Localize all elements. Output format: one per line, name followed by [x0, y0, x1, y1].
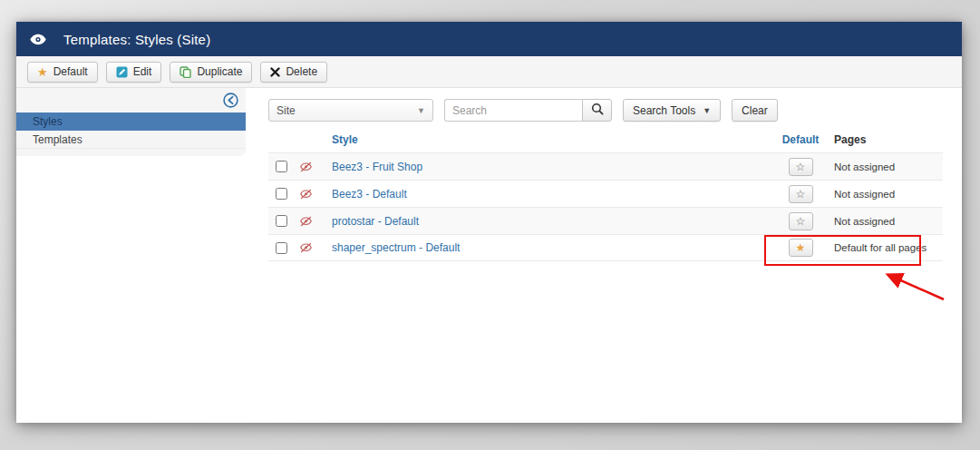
eye-slash-icon [296, 242, 315, 253]
annotation-arrow [867, 265, 953, 308]
style-link[interactable]: Beez3 - Default [332, 188, 407, 201]
collapse-sidebar-icon[interactable] [223, 93, 238, 108]
column-header-style[interactable]: Style [315, 133, 771, 146]
pages-value: Default for all pages [830, 242, 943, 253]
table-row: shaper_spectrum - Default ★ Default for … [268, 234, 943, 261]
style-link[interactable]: shaper_spectrum - Default [332, 241, 460, 254]
search-tools-button[interactable]: Search Tools ▼ [623, 99, 721, 122]
eye-slash-icon [296, 216, 315, 227]
eye-slash-icon [296, 161, 315, 172]
column-header-default[interactable]: Default [771, 133, 830, 146]
row-checkbox[interactable] [276, 161, 287, 172]
pages-value: Not assigned [830, 161, 943, 172]
set-default-star-button[interactable]: ☆ [789, 158, 813, 176]
star-icon: ★ [37, 66, 48, 78]
page-title: Templates: Styles (Site) [63, 32, 210, 47]
site-select[interactable]: Site ▼ [268, 99, 433, 122]
search-input[interactable] [444, 99, 582, 122]
delete-button[interactable]: Delete [260, 62, 327, 83]
pages-value: Not assigned [830, 189, 943, 200]
page-titlebar: Templates: Styles (Site) [16, 22, 962, 56]
x-icon [270, 67, 280, 77]
eye-slash-icon [296, 189, 315, 200]
edit-icon [116, 66, 128, 78]
search-group [444, 99, 612, 122]
sidebar-item-templates[interactable]: Templates [16, 131, 246, 149]
search-button[interactable] [582, 99, 612, 122]
row-checkbox[interactable] [276, 242, 287, 254]
search-icon [591, 103, 604, 118]
clear-button[interactable]: Clear [732, 99, 778, 122]
set-default-star-button[interactable]: ☆ [789, 185, 813, 203]
default-star-button[interactable]: ★ [789, 239, 813, 257]
duplicate-button[interactable]: Duplicate [170, 62, 252, 83]
templates-styles-panel: Templates: Styles (Site) ★ Default Edit [16, 22, 962, 423]
style-link[interactable]: Beez3 - Fruit Shop [332, 161, 422, 173]
duplicate-icon [180, 66, 191, 78]
edit-button[interactable]: Edit [106, 62, 162, 83]
default-button[interactable]: ★ Default [27, 62, 98, 83]
table-row: Beez3 - Fruit Shop ☆ Not assigned [268, 152, 943, 180]
row-checkbox[interactable] [276, 215, 287, 227]
filter-bar: Site ▼ Search Tools ▼ Clear [268, 99, 778, 122]
eye-icon [30, 34, 46, 45]
chevron-down-icon: ▼ [703, 106, 711, 115]
set-default-star-button[interactable]: ☆ [789, 212, 813, 230]
pages-value: Not assigned [830, 216, 943, 227]
sidebar: Styles Templates [16, 88, 246, 156]
toolbar: ★ Default Edit Duplicate [16, 56, 962, 88]
table-header-row: Style Default Pages [268, 127, 943, 152]
table-row: protostar - Default ☆ Not assigned [268, 207, 943, 234]
table-row: Beez3 - Default ☆ Not assigned [268, 180, 943, 207]
chevron-down-icon: ▼ [417, 106, 425, 115]
column-header-pages: Pages [830, 133, 943, 146]
row-checkbox[interactable] [276, 188, 287, 200]
styles-table: Style Default Pages Beez3 - Fruit Shop ☆… [268, 127, 943, 261]
sidebar-item-styles[interactable]: Styles [16, 112, 246, 131]
style-link[interactable]: protostar - Default [332, 215, 419, 228]
sidebar-collapse-row [16, 88, 246, 112]
